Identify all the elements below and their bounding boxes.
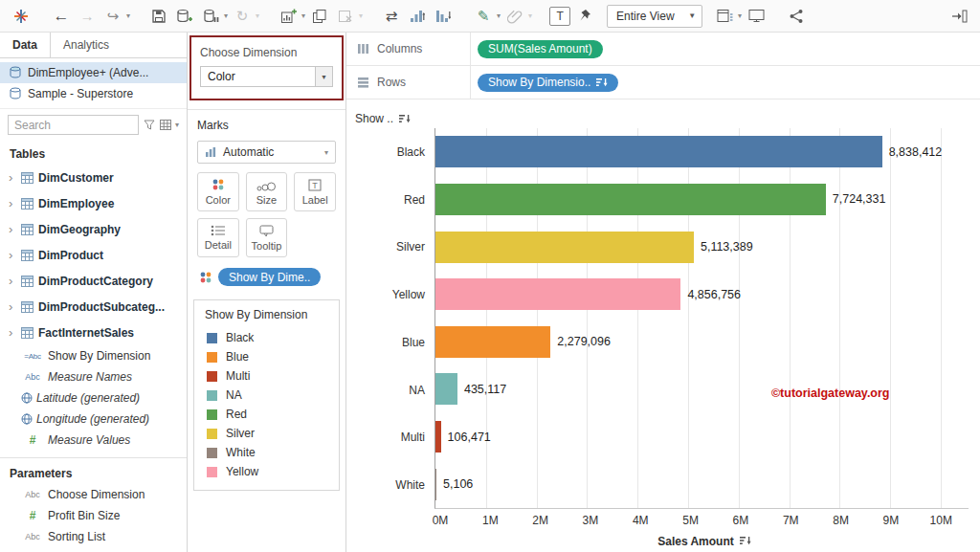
x-axis-title[interactable]: Sales Amount bbox=[440, 530, 969, 552]
refresh-caret-icon[interactable]: ▾ bbox=[256, 11, 259, 20]
mark-type-dropdown[interactable]: Automatic ▾ bbox=[197, 141, 336, 164]
field-item[interactable]: Latitude (generated) bbox=[0, 387, 187, 408]
sort-icon[interactable] bbox=[399, 114, 411, 124]
bar[interactable] bbox=[435, 278, 680, 310]
bar[interactable] bbox=[435, 469, 436, 500]
redo-icon[interactable]: ↪ bbox=[101, 4, 124, 29]
legend-item[interactable]: Multi bbox=[194, 366, 339, 386]
grid-caret-icon[interactable]: ▾ bbox=[175, 121, 179, 129]
marks-color-pill[interactable]: Show By Dime.. bbox=[218, 268, 321, 286]
columns-shelf[interactable]: Columns SUM(Sales Amount) bbox=[346, 33, 980, 66]
filter-icon[interactable] bbox=[144, 120, 155, 130]
tab-data[interactable]: Data bbox=[0, 33, 51, 57]
chevron-right-icon[interactable]: › bbox=[9, 196, 16, 210]
legend-item[interactable]: Black bbox=[194, 328, 339, 347]
field-item[interactable]: Longitude (generated) bbox=[0, 408, 187, 430]
columns-pill[interactable]: SUM(Sales Amount) bbox=[478, 40, 603, 58]
save-icon[interactable] bbox=[147, 4, 170, 29]
pause-auto-updates-icon[interactable] bbox=[199, 4, 222, 29]
sort-icon[interactable] bbox=[740, 536, 751, 546]
clear-sheet-caret-icon[interactable]: ▾ bbox=[359, 11, 363, 20]
table-item[interactable]: ›DimProductCategory bbox=[0, 268, 187, 294]
parameter-value-dropdown[interactable]: Color ▼ bbox=[200, 66, 333, 87]
parameter-item[interactable]: AbcSorting List bbox=[0, 526, 187, 547]
table-item[interactable]: ›DimProductSubcateg... bbox=[0, 294, 187, 320]
fit-selector[interactable]: Entire View ▼ bbox=[607, 5, 702, 28]
fix-axes-pin-icon[interactable] bbox=[573, 4, 596, 29]
marks-button-label[interactable]: TLabel bbox=[294, 172, 336, 211]
chevron-right-icon[interactable]: › bbox=[9, 274, 16, 288]
marks-button-size[interactable]: Size bbox=[246, 172, 288, 211]
chevron-right-icon[interactable]: › bbox=[9, 325, 16, 340]
table-item[interactable]: ›DimCustomer bbox=[0, 165, 187, 190]
clear-sheet-icon[interactable] bbox=[334, 4, 357, 29]
tooltip-icon bbox=[259, 225, 274, 237]
legend-item[interactable]: White bbox=[194, 443, 339, 462]
chevron-right-icon[interactable]: › bbox=[9, 299, 16, 314]
row-field-header[interactable]: Show .. bbox=[352, 99, 980, 128]
parameter-item[interactable]: #Profit Bin Size bbox=[0, 505, 187, 526]
new-datasource-icon[interactable] bbox=[173, 4, 196, 29]
group-members-icon[interactable] bbox=[503, 4, 526, 29]
sort-descending-icon[interactable] bbox=[432, 4, 455, 29]
show-mark-labels-icon[interactable]: T bbox=[549, 7, 570, 26]
field-item[interactable]: =AbcShow By Dimension bbox=[0, 345, 187, 366]
back-icon[interactable]: ← bbox=[50, 4, 73, 29]
search-input[interactable] bbox=[8, 115, 139, 135]
legend-item[interactable]: NA bbox=[194, 386, 339, 405]
bar[interactable] bbox=[435, 373, 457, 405]
tab-analytics[interactable]: Analytics bbox=[51, 33, 122, 57]
field-item[interactable]: #Measure Values bbox=[0, 430, 187, 451]
rows-shelf[interactable]: Rows Show By Dimensio.. bbox=[346, 66, 980, 99]
bar-value-label: 5,113,389 bbox=[701, 240, 753, 254]
new-worksheet-icon[interactable] bbox=[277, 4, 300, 29]
marks-button-tooltip[interactable]: Tooltip bbox=[246, 218, 288, 257]
number-icon: # bbox=[21, 433, 44, 447]
chevron-right-icon[interactable]: › bbox=[9, 222, 16, 236]
tableau-logo-icon[interactable] bbox=[10, 4, 33, 29]
table-item[interactable]: ›DimGeography bbox=[0, 216, 187, 242]
highlight-caret-icon[interactable]: ▾ bbox=[497, 11, 501, 20]
marks-button-detail[interactable]: Detail bbox=[197, 218, 239, 257]
refresh-icon[interactable]: ↻ bbox=[231, 4, 254, 29]
datasource-item[interactable]: Sample - Superstore bbox=[0, 83, 187, 104]
group-caret-icon[interactable]: ▾ bbox=[528, 11, 532, 20]
swap-rows-columns-icon[interactable]: ⇄ bbox=[380, 4, 403, 29]
legend-item[interactable]: Red bbox=[194, 405, 339, 424]
datasource-item[interactable]: DimEmployee+ (Adve... bbox=[0, 62, 187, 83]
share-icon[interactable] bbox=[785, 4, 808, 29]
bar[interactable] bbox=[435, 136, 882, 167]
chevron-right-icon[interactable]: › bbox=[9, 170, 16, 185]
show-hide-cards-icon[interactable] bbox=[713, 4, 736, 29]
show-cards-caret-icon[interactable]: ▾ bbox=[738, 11, 742, 20]
bar[interactable] bbox=[435, 184, 826, 215]
table-item[interactable]: ›DimEmployee bbox=[0, 190, 187, 216]
mark-type-caret-icon[interactable]: ▾ bbox=[324, 148, 328, 157]
field-item[interactable]: AbcMeasure Names bbox=[0, 366, 187, 387]
legend-item[interactable]: Yellow bbox=[194, 462, 339, 481]
legend-item[interactable]: Blue bbox=[194, 347, 339, 366]
duplicate-sheet-icon[interactable] bbox=[308, 4, 331, 29]
parameter-item[interactable]: AbcChoose Dimension bbox=[0, 484, 187, 505]
columns-label-text: Columns bbox=[377, 42, 422, 55]
presentation-mode-icon[interactable] bbox=[745, 4, 768, 29]
legend-item[interactable]: Silver bbox=[194, 424, 339, 443]
show-sidebar-icon[interactable] bbox=[947, 4, 970, 29]
new-worksheet-caret-icon[interactable]: ▾ bbox=[301, 11, 305, 20]
rows-pill[interactable]: Show By Dimensio.. bbox=[478, 74, 618, 92]
forward-icon[interactable]: → bbox=[76, 4, 99, 29]
redo-caret-icon[interactable]: ▾ bbox=[126, 11, 130, 20]
dropdown-caret-icon[interactable]: ▼ bbox=[315, 67, 332, 86]
highlight-icon[interactable]: ✎ bbox=[472, 4, 495, 29]
view-data-grid-icon[interactable] bbox=[160, 120, 171, 130]
sort-icon[interactable] bbox=[596, 77, 608, 88]
bar[interactable] bbox=[435, 326, 550, 358]
marks-button-color[interactable]: Color bbox=[197, 172, 239, 211]
sort-ascending-icon[interactable] bbox=[406, 4, 429, 29]
bar[interactable] bbox=[435, 421, 441, 453]
chevron-right-icon[interactable]: › bbox=[9, 248, 16, 262]
table-item[interactable]: ›DimProduct bbox=[0, 242, 187, 268]
pause-caret-icon[interactable]: ▾ bbox=[224, 11, 228, 20]
table-item[interactable]: ›FactInternetSales bbox=[0, 320, 187, 345]
bar[interactable] bbox=[435, 232, 694, 263]
